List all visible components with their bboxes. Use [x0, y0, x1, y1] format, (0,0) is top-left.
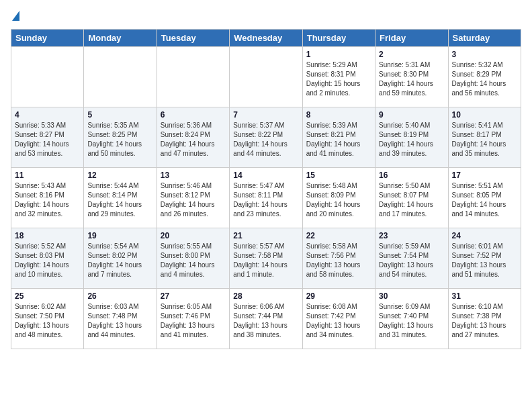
calendar-cell: 18Sunrise: 5:52 AM Sunset: 8:03 PM Dayli…	[11, 228, 84, 289]
calendar-cell: 27Sunrise: 6:05 AM Sunset: 7:46 PM Dayli…	[157, 289, 229, 349]
calendar-cell: 8Sunrise: 5:39 AM Sunset: 8:21 PM Daylig…	[302, 107, 375, 168]
calendar-cell: 24Sunrise: 6:01 AM Sunset: 7:52 PM Dayli…	[448, 228, 521, 289]
calendar-cell: 21Sunrise: 5:57 AM Sunset: 7:58 PM Dayli…	[230, 228, 302, 289]
day-number: 7	[233, 110, 298, 120]
day-info: Sunrise: 5:31 AM Sunset: 8:30 PM Dayligh…	[379, 60, 444, 98]
calendar-cell	[84, 47, 157, 107]
day-info: Sunrise: 5:54 AM Sunset: 8:02 PM Dayligh…	[87, 242, 152, 279]
day-number: 2	[379, 50, 444, 59]
day-number: 19	[87, 231, 152, 240]
calendar-cell: 10Sunrise: 5:41 AM Sunset: 8:17 PM Dayli…	[448, 107, 521, 168]
calendar-cell: 23Sunrise: 5:59 AM Sunset: 7:54 PM Dayli…	[375, 228, 448, 289]
calendar-cell: 3Sunrise: 5:32 AM Sunset: 8:29 PM Daylig…	[448, 47, 521, 107]
day-info: Sunrise: 6:02 AM Sunset: 7:50 PM Dayligh…	[15, 302, 80, 340]
day-number: 14	[233, 171, 298, 180]
day-number: 9	[379, 110, 444, 120]
weekday-header-row: SundayMondayTuesdayWednesdayThursdayFrid…	[11, 30, 521, 47]
calendar-cell: 7Sunrise: 5:37 AM Sunset: 8:22 PM Daylig…	[230, 107, 302, 168]
week-row-2: 4Sunrise: 5:33 AM Sunset: 8:27 PM Daylig…	[11, 107, 521, 168]
day-number: 15	[306, 171, 371, 180]
weekday-header-sunday: Sunday	[11, 30, 84, 47]
day-info: Sunrise: 5:47 AM Sunset: 8:11 PM Dayligh…	[233, 181, 298, 219]
week-row-5: 25Sunrise: 6:02 AM Sunset: 7:50 PM Dayli…	[11, 289, 521, 349]
calendar-cell: 13Sunrise: 5:46 AM Sunset: 8:12 PM Dayli…	[157, 168, 229, 228]
day-number: 16	[379, 171, 444, 180]
calendar-cell: 14Sunrise: 5:47 AM Sunset: 8:11 PM Dayli…	[230, 168, 302, 228]
calendar-cell: 11Sunrise: 5:43 AM Sunset: 8:16 PM Dayli…	[11, 168, 84, 228]
calendar-cell: 9Sunrise: 5:40 AM Sunset: 8:19 PM Daylig…	[375, 107, 448, 168]
day-info: Sunrise: 6:09 AM Sunset: 7:40 PM Dayligh…	[379, 302, 444, 340]
day-info: Sunrise: 5:59 AM Sunset: 7:54 PM Dayligh…	[379, 242, 444, 279]
calendar-cell: 16Sunrise: 5:50 AM Sunset: 8:07 PM Dayli…	[375, 168, 448, 228]
week-row-1: 1Sunrise: 5:29 AM Sunset: 8:31 PM Daylig…	[11, 47, 521, 107]
day-number: 8	[306, 110, 371, 120]
day-number: 11	[15, 171, 80, 180]
day-info: Sunrise: 5:36 AM Sunset: 8:24 PM Dayligh…	[161, 121, 226, 158]
day-info: Sunrise: 6:05 AM Sunset: 7:46 PM Dayligh…	[161, 302, 226, 340]
day-number: 22	[306, 231, 371, 240]
day-number: 3	[452, 50, 517, 59]
calendar-cell: 2Sunrise: 5:31 AM Sunset: 8:30 PM Daylig…	[375, 47, 448, 107]
day-info: Sunrise: 5:51 AM Sunset: 8:05 PM Dayligh…	[452, 181, 517, 219]
calendar-cell: 26Sunrise: 6:03 AM Sunset: 7:48 PM Dayli…	[84, 289, 157, 349]
day-info: Sunrise: 5:58 AM Sunset: 7:56 PM Dayligh…	[306, 242, 371, 279]
day-number: 21	[233, 231, 298, 240]
day-info: Sunrise: 5:57 AM Sunset: 7:58 PM Dayligh…	[233, 242, 298, 279]
weekday-header-saturday: Saturday	[448, 30, 521, 47]
day-number: 18	[15, 231, 80, 240]
logo-triangle-icon	[12, 11, 19, 21]
day-number: 31	[452, 291, 517, 301]
day-info: Sunrise: 5:46 AM Sunset: 8:12 PM Dayligh…	[161, 181, 226, 219]
day-number: 24	[452, 231, 517, 240]
weekday-header-friday: Friday	[375, 30, 448, 47]
week-row-3: 11Sunrise: 5:43 AM Sunset: 8:16 PM Dayli…	[11, 168, 521, 228]
calendar-table: SundayMondayTuesdayWednesdayThursdayFrid…	[11, 29, 521, 349]
day-number: 28	[233, 291, 298, 301]
calendar-cell: 19Sunrise: 5:54 AM Sunset: 8:02 PM Dayli…	[84, 228, 157, 289]
day-info: Sunrise: 5:43 AM Sunset: 8:16 PM Dayligh…	[15, 181, 80, 219]
weekday-header-wednesday: Wednesday	[230, 30, 302, 47]
day-info: Sunrise: 5:52 AM Sunset: 8:03 PM Dayligh…	[15, 242, 80, 279]
day-info: Sunrise: 5:33 AM Sunset: 8:27 PM Dayligh…	[15, 121, 80, 158]
day-number: 10	[452, 110, 517, 120]
calendar-cell	[230, 47, 302, 107]
day-info: Sunrise: 6:03 AM Sunset: 7:48 PM Dayligh…	[87, 302, 152, 340]
day-info: Sunrise: 5:44 AM Sunset: 8:14 PM Dayligh…	[87, 181, 152, 219]
day-info: Sunrise: 5:29 AM Sunset: 8:31 PM Dayligh…	[306, 60, 371, 98]
day-info: Sunrise: 5:37 AM Sunset: 8:22 PM Dayligh…	[233, 121, 298, 158]
calendar-cell	[157, 47, 229, 107]
calendar-cell: 12Sunrise: 5:44 AM Sunset: 8:14 PM Dayli…	[84, 168, 157, 228]
page-header	[11, 11, 521, 22]
day-number: 13	[161, 171, 226, 180]
day-number: 20	[161, 231, 226, 240]
calendar-cell: 28Sunrise: 6:06 AM Sunset: 7:44 PM Dayli…	[230, 289, 302, 349]
day-info: Sunrise: 5:50 AM Sunset: 8:07 PM Dayligh…	[379, 181, 444, 219]
day-info: Sunrise: 5:48 AM Sunset: 8:09 PM Dayligh…	[306, 181, 371, 219]
logo	[11, 11, 19, 22]
day-number: 26	[87, 291, 152, 301]
day-number: 5	[87, 110, 152, 120]
day-info: Sunrise: 6:01 AM Sunset: 7:52 PM Dayligh…	[452, 242, 517, 279]
day-info: Sunrise: 6:10 AM Sunset: 7:38 PM Dayligh…	[452, 302, 517, 340]
day-info: Sunrise: 6:06 AM Sunset: 7:44 PM Dayligh…	[233, 302, 298, 340]
day-info: Sunrise: 5:41 AM Sunset: 8:17 PM Dayligh…	[452, 121, 517, 158]
day-number: 25	[15, 291, 80, 301]
calendar-cell: 29Sunrise: 6:08 AM Sunset: 7:42 PM Dayli…	[302, 289, 375, 349]
calendar-cell: 6Sunrise: 5:36 AM Sunset: 8:24 PM Daylig…	[157, 107, 229, 168]
day-number: 27	[161, 291, 226, 301]
calendar-cell: 22Sunrise: 5:58 AM Sunset: 7:56 PM Dayli…	[302, 228, 375, 289]
day-number: 4	[15, 110, 80, 120]
calendar-cell	[11, 47, 84, 107]
day-number: 17	[452, 171, 517, 180]
day-info: Sunrise: 6:08 AM Sunset: 7:42 PM Dayligh…	[306, 302, 371, 340]
day-number: 30	[379, 291, 444, 301]
day-info: Sunrise: 5:32 AM Sunset: 8:29 PM Dayligh…	[452, 60, 517, 98]
calendar-cell: 31Sunrise: 6:10 AM Sunset: 7:38 PM Dayli…	[448, 289, 521, 349]
weekday-header-monday: Monday	[84, 30, 157, 47]
weekday-header-tuesday: Tuesday	[157, 30, 229, 47]
day-number: 23	[379, 231, 444, 240]
day-info: Sunrise: 5:35 AM Sunset: 8:25 PM Dayligh…	[87, 121, 152, 158]
week-row-4: 18Sunrise: 5:52 AM Sunset: 8:03 PM Dayli…	[11, 228, 521, 289]
weekday-header-thursday: Thursday	[302, 30, 375, 47]
calendar-cell: 25Sunrise: 6:02 AM Sunset: 7:50 PM Dayli…	[11, 289, 84, 349]
